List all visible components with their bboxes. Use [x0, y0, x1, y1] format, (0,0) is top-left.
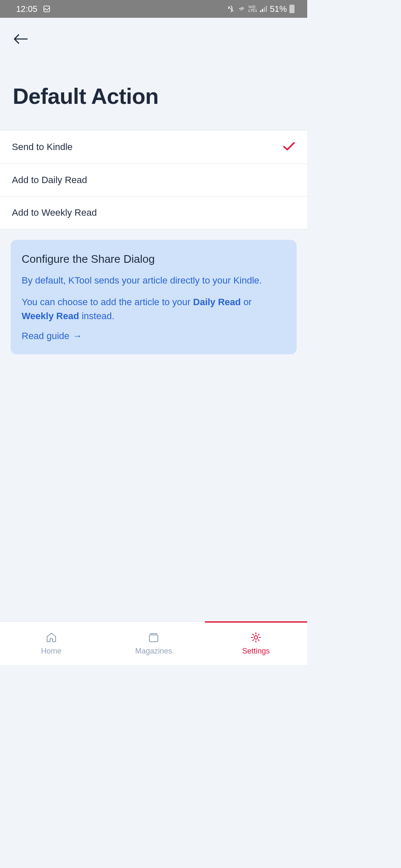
status-time: 12:05 — [16, 4, 37, 14]
header-area: Default Action — [0, 18, 307, 130]
svg-text:6: 6 — [242, 6, 244, 9]
battery-icon — [289, 5, 294, 13]
arrow-right-icon: → — [73, 331, 82, 342]
settings-icon — [250, 632, 262, 643]
svg-rect-5 — [266, 6, 267, 12]
option-label: Add to Daily Read — [12, 175, 87, 186]
network-label: Vo))LTE1 — [248, 5, 257, 13]
checkmark-icon — [283, 141, 295, 153]
status-left: 12:05 — [16, 4, 51, 14]
nav-label: Magazines — [135, 647, 172, 656]
vibrate-icon — [227, 5, 235, 13]
magazines-icon — [148, 632, 160, 643]
svg-rect-6 — [149, 635, 158, 642]
option-label: Send to Kindle — [12, 142, 73, 153]
status-right: 6 Vo))LTE1 51% — [227, 4, 294, 14]
svg-point-7 — [254, 636, 258, 639]
info-card: Configure the Share Dialog By default, K… — [11, 240, 297, 354]
image-icon — [42, 5, 51, 13]
back-arrow-icon — [13, 33, 28, 45]
read-guide-link[interactable]: Read guide → — [22, 331, 82, 342]
wifi-icon: 6 — [237, 6, 246, 12]
info-text-1: By default, KTool sends your article dir… — [22, 273, 286, 287]
status-bar: 12:05 6 Vo))LTE1 — [0, 0, 307, 18]
page-title: Default Action — [13, 83, 294, 109]
nav-settings[interactable]: Settings — [205, 622, 307, 665]
home-icon — [45, 632, 57, 643]
nav-home[interactable]: Home — [0, 622, 102, 665]
options-list: Send to Kindle Add to Daily Read Add to … — [0, 130, 307, 229]
info-card-title: Configure the Share Dialog — [22, 253, 286, 266]
option-add-daily-read[interactable]: Add to Daily Read — [0, 164, 307, 197]
option-send-to-kindle[interactable]: Send to Kindle — [0, 131, 307, 164]
svg-rect-2 — [260, 11, 261, 12]
nav-magazines[interactable]: Magazines — [102, 622, 205, 665]
option-add-weekly-read[interactable]: Add to Weekly Read — [0, 197, 307, 229]
svg-rect-3 — [262, 9, 263, 12]
signal-icon — [260, 6, 267, 12]
nav-label: Home — [41, 647, 62, 656]
nav-label: Settings — [242, 647, 270, 656]
back-button[interactable] — [13, 31, 30, 47]
battery-percent: 51% — [270, 4, 287, 14]
option-label: Add to Weekly Read — [12, 207, 97, 218]
bottom-nav: Home Magazines Settings — [0, 621, 307, 665]
svg-rect-4 — [264, 7, 265, 12]
info-text-2: You can choose to add the article to you… — [22, 295, 286, 323]
